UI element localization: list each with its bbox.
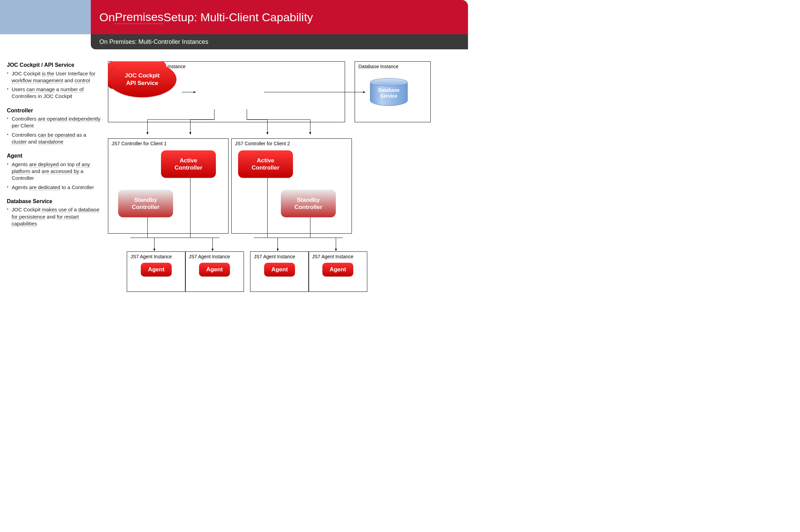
- title-prefix: On: [99, 11, 115, 24]
- title-underlined: Premises: [115, 10, 163, 24]
- db-box-label: Database Instance: [358, 64, 427, 69]
- slide-title: On Premises Setup: Multi-Client Capabili…: [91, 0, 468, 34]
- sec3-item: Agents are deployed on top of any platfo…: [7, 161, 101, 182]
- sec3-heading: Agent: [7, 152, 101, 160]
- slide-header: On Premises Setup: Multi-Client Capabili…: [0, 0, 468, 34]
- agent-box-1: JS7 Agent Instance Agent: [127, 251, 186, 292]
- ctrl1-label: JS7 Controller for Client 1: [112, 141, 225, 146]
- agent-node: Agent: [322, 263, 353, 276]
- sec2-item: Controllers can be operated as a cluster…: [7, 132, 101, 146]
- active-controller-1: ActiveController: [161, 150, 216, 178]
- sec4-heading: Database Service: [7, 198, 101, 205]
- agent-label: JS7 Agent Instance: [312, 254, 364, 259]
- standby-controller-2: StandbyController: [281, 190, 336, 217]
- agent-node: Agent: [199, 263, 230, 276]
- sec1-heading: JOC Cockpit / API Service: [7, 61, 101, 69]
- architecture-diagram: JS7 Primary JOC Cockpit Instance JOC Coc…: [108, 61, 461, 301]
- standby-controller-1: StandbyController: [118, 190, 173, 217]
- joc-api-node: JOC CockpitAPI Service: [108, 61, 176, 97]
- sec1-item: JOC Cockpit is the User Interface for wo…: [7, 70, 101, 84]
- database-cylinder-icon: DatabaseService: [370, 78, 408, 106]
- side-text: JOC Cockpit / API Service JOC Cockpit is…: [7, 61, 101, 301]
- sec2-item: Controllers are operated independently p…: [7, 115, 101, 129]
- agent-box-3: JS7 Agent Instance Agent: [250, 251, 309, 292]
- agent-box-2: JS7 Agent Instance Agent: [185, 251, 244, 292]
- agent-label: JS7 Agent Instance: [189, 254, 240, 259]
- sec3-item: Agents are dedicated to a Controller: [7, 184, 101, 191]
- ctrl2-label: JS7 Controller for Client 2: [235, 141, 348, 146]
- active-controller-2: ActiveController: [238, 150, 293, 178]
- sec4-item: JOC Cockpit makes use of a database for …: [7, 206, 101, 227]
- header-accent: [0, 0, 91, 34]
- sec2-heading: Controller: [7, 107, 101, 114]
- agent-label: JS7 Agent Instance: [254, 254, 305, 259]
- agent-node: Agent: [264, 263, 295, 276]
- title-suffix: Setup: Multi-Client Capability: [163, 11, 313, 24]
- sec1-item: Users can manage a number of Controllers…: [7, 86, 101, 100]
- agent-box-4: JS7 Agent Instance Agent: [308, 251, 367, 292]
- agent-node: Agent: [141, 263, 172, 276]
- agent-label: JS7 Agent Instance: [131, 254, 182, 259]
- slide-subtitle: On Premises: Multi-Controller Instances: [91, 34, 468, 49]
